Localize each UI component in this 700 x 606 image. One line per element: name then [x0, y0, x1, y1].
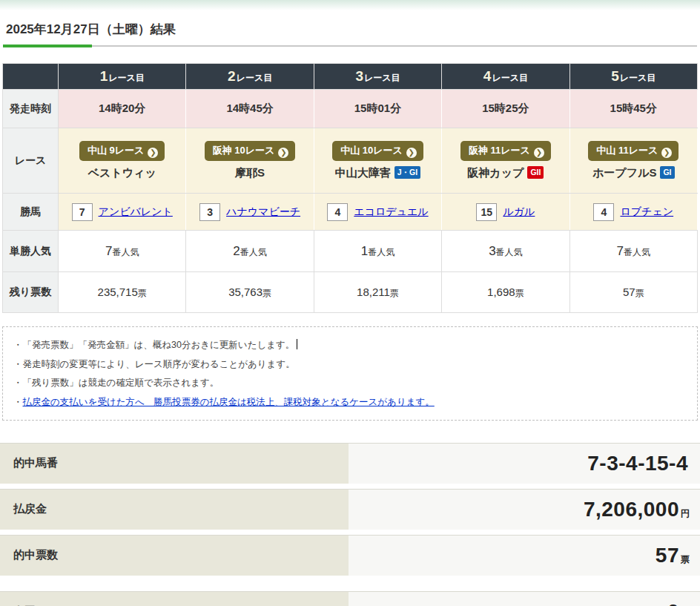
votes-cell-1: 235,715票	[59, 272, 186, 313]
popularity-cell-5: 7番人気	[569, 231, 697, 272]
race-4-header: 4レース目	[442, 64, 569, 90]
winner-cell-2: 3ハナウマビーチ	[186, 194, 314, 231]
race-link-button-4[interactable]: 阪神 11レース❯	[460, 141, 551, 161]
summary-value: 7,206,000円	[349, 490, 700, 530]
votes-unit-3: 票	[390, 288, 399, 298]
race-name-2: 摩耶S	[235, 166, 265, 179]
votes-unit-4: 票	[515, 288, 524, 298]
race-3-number: 3	[355, 68, 363, 84]
race-cell-3: 中山 10レース❯ 中山大障害J・GI	[314, 128, 441, 194]
popularity-number-5: 7	[617, 244, 624, 258]
race-1-header: 1レース目	[59, 64, 186, 90]
race-4-number: 4	[483, 68, 492, 84]
remaining-votes-row-label: 残り票数	[3, 272, 59, 313]
start-time-1: 14時20分	[59, 90, 186, 128]
arrow-circle-icon: ❯	[278, 148, 288, 158]
race-link-button-2[interactable]: 阪神 10レース❯	[205, 141, 296, 161]
popularity-number-1: 7	[105, 244, 112, 258]
start-time-2: 14時45分	[186, 90, 314, 128]
horse-number-box-1: 7	[72, 203, 93, 221]
horse-name-link-4[interactable]: ルガル	[503, 205, 535, 217]
summary-section: 的中馬番 7-3-4-15-4 払戻金 7,206,000円 的中票数 57票 …	[0, 443, 700, 606]
popularity-cell-2: 2番人気	[186, 231, 314, 272]
note-line-1: ・「発売票数」「発売金額」は、概ね30分おきに更新いたします。	[13, 336, 685, 355]
winner-cell-5: 4ロブチェン	[569, 194, 697, 231]
summary-value: 0円	[349, 592, 700, 606]
tax-info-link[interactable]: 払戻金の支払いを受けた方へ 勝馬投票券の払戻金は税法上、課税対象となるケースがあ…	[23, 397, 435, 407]
popularity-row-label: 単勝人気	[3, 231, 59, 272]
votes-unit-5: 票	[635, 288, 644, 298]
votes-number-4: 1,698	[487, 286, 515, 298]
popularity-cell-1: 7番人気	[59, 231, 186, 272]
start-time-row-label: 発走時刻	[3, 90, 59, 128]
summary-label: 次回へのキャリーオーバー	[0, 592, 349, 606]
horse-name-link-1[interactable]: アンビバレント	[99, 205, 173, 217]
race-1-suffix: レース目	[108, 73, 145, 83]
votes-cell-3: 18,211票	[314, 272, 441, 313]
race-link-button-5[interactable]: 中山 11レース❯	[588, 141, 678, 161]
summary-row-winning-votes: 的中票数 57票	[0, 535, 700, 576]
horse-name-link-3[interactable]: エコロデュエル	[354, 205, 428, 217]
summary-row-winning-numbers: 的中馬番 7-3-4-15-4	[0, 443, 700, 484]
bullet: ・	[13, 397, 23, 407]
race-button-label-5: 中山 11レース	[596, 145, 658, 156]
race-2-number: 2	[228, 68, 236, 84]
arrow-circle-icon: ❯	[406, 148, 417, 158]
winner-row: 勝馬 7アンビバレント 3ハナウマビーチ 4エコロデュエル 15ルガル 4ロブチ…	[3, 194, 698, 231]
race-2-suffix: レース目	[237, 73, 273, 83]
popularity-suffix-3: 番人気	[368, 247, 394, 257]
payout-value: 7,206,000	[584, 498, 679, 521]
summary-row-payout: 払戻金 7,206,000円	[0, 489, 700, 530]
race-name-1: ベストウィッ	[88, 166, 156, 179]
race-5-header: 5レース目	[569, 64, 697, 90]
page-header: 2025年12月27日（土曜）結果	[3, 16, 697, 47]
arrow-circle-icon: ❯	[148, 148, 158, 158]
page-title: 2025年12月27日（土曜）結果	[3, 16, 697, 45]
summary-unit: 票	[681, 554, 690, 564]
race-3-header: 3レース目	[314, 64, 441, 90]
text-caret	[297, 339, 297, 349]
bullet: ・	[13, 359, 23, 369]
race-name-4: 阪神カップ	[467, 166, 524, 179]
race-5-number: 5	[611, 68, 619, 84]
start-time-5: 15時45分	[569, 90, 697, 128]
votes-unit-1: 票	[138, 288, 147, 298]
race-button-label-1: 中山 9レース	[88, 145, 144, 156]
popularity-row: 単勝人気 7番人気 2番人気 1番人気 3番人気 7番人気	[3, 231, 698, 272]
horse-number-box-4: 15	[476, 203, 497, 221]
start-time-4: 15時25分	[442, 90, 569, 128]
race-4-suffix: レース目	[492, 73, 528, 83]
top-gradient-bar	[0, 0, 700, 10]
summary-label: 払戻金	[0, 490, 349, 530]
note-line-2: ・発走時刻の変更等により、レース順序が変わることがあります。	[13, 355, 685, 375]
race-link-button-1[interactable]: 中山 9レース❯	[79, 141, 165, 161]
note-text-1: 「発売票数」「発売金額」は、概ね30分おきに更新いたします。	[23, 340, 295, 350]
start-time-3: 15時01分	[314, 90, 441, 128]
summary-label: 的中馬番	[0, 444, 349, 484]
grade-badge-5: GI	[660, 166, 674, 179]
note-text-2: 発走時刻の変更等により、レース順序が変わることがあります。	[23, 359, 295, 369]
race-row-label: レース	[3, 128, 59, 194]
votes-cell-5: 57票	[569, 272, 697, 313]
popularity-suffix-2: 番人気	[240, 247, 267, 257]
horse-number-box-2: 3	[199, 203, 220, 221]
note-text-3: 「残り票数」は競走の確定順で表示されます。	[23, 378, 219, 388]
horse-name-link-5[interactable]: ロブチェン	[620, 205, 673, 217]
votes-cell-2: 35,763票	[186, 272, 314, 313]
winner-row-label: 勝馬	[3, 194, 59, 231]
race-2-header: 2レース目	[186, 64, 314, 90]
votes-cell-4: 1,698票	[442, 272, 569, 313]
race-name-3: 中山大障害	[335, 166, 391, 179]
summary-value: 57票	[349, 536, 700, 576]
winner-cell-3: 4エコロデュエル	[314, 194, 441, 231]
race-cell-2: 阪神 10レース❯ 摩耶S	[186, 128, 314, 194]
bullet: ・	[13, 378, 23, 388]
race-link-button-3[interactable]: 中山 10レース❯	[332, 141, 423, 161]
horse-name-link-2[interactable]: ハナウマビーチ	[226, 205, 300, 217]
popularity-cell-4: 3番人気	[442, 231, 569, 272]
remaining-votes-row: 残り票数 235,715票 35,763票 18,211票 1,698票 57票	[3, 272, 698, 313]
bullet: ・	[13, 340, 23, 350]
carryover-value: 0	[667, 600, 679, 606]
summary-unit: 円	[681, 508, 690, 518]
summary-value: 7-3-4-15-4	[349, 444, 700, 484]
